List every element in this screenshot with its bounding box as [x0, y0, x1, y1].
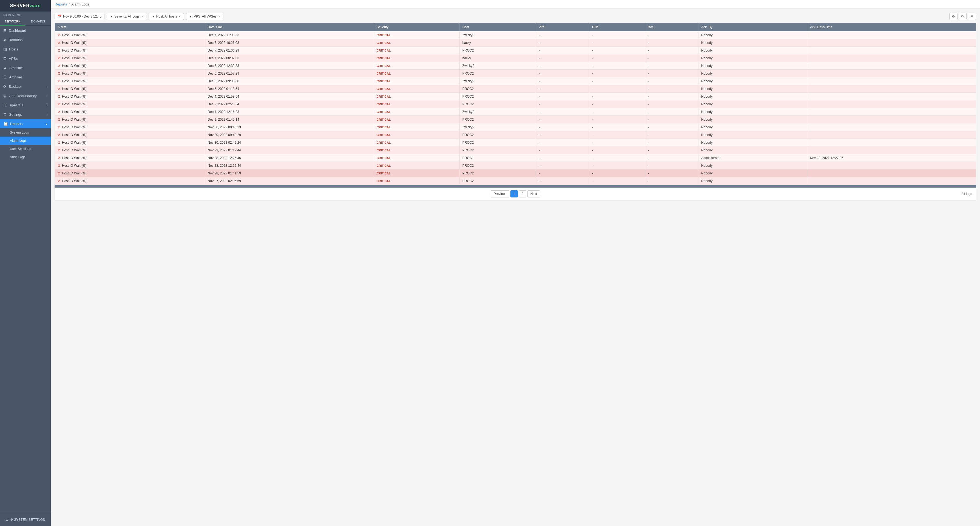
cell-host: PROC2 — [460, 131, 536, 139]
table-row[interactable]: ⊘Host IO Wait (%)Dec 7, 2022 11:08:33CRI… — [55, 31, 976, 39]
tab-network[interactable]: NETWORK — [0, 18, 25, 26]
breadcrumb-reports-link[interactable]: Reports — [54, 2, 67, 6]
date-range-filter[interactable]: 📅 Nov 9 00:00 - Dec 8 12:45 — [54, 13, 105, 20]
table-row[interactable]: ⊘Host IO Wait (%)Nov 29, 2022 01:17:44CR… — [55, 147, 976, 154]
alarm-name: Host IO Wait (%) — [62, 64, 87, 68]
more-options-button[interactable]: ▼ — [968, 13, 976, 20]
severity-badge: CRITICAL — [377, 33, 391, 37]
table-row[interactable]: ⊘Host IO Wait (%)Dec 7, 2022 01:06:29CRI… — [55, 46, 976, 54]
table-row[interactable]: ⊘Host IO Wait (%)Dec 1, 2022 12:16:23CRI… — [55, 108, 976, 116]
table-row[interactable]: ⊘Host IO Wait (%)Nov 27, 2022 02:05:59CR… — [55, 177, 976, 185]
cell-vps: - — [536, 154, 589, 162]
sidebar-item-hosts[interactable]: ▦ Hosts — [0, 45, 51, 54]
host-filter[interactable]: ▼ Host: All hosts ▼ — [149, 13, 184, 20]
cell-ack-by: Nobody — [698, 169, 807, 177]
sidebar-item-reports[interactable]: 📋 Reports ∨ — [0, 119, 51, 128]
table-row[interactable]: ⊘Host IO Wait (%)Dec 1, 2022 01:45:14CRI… — [55, 116, 976, 123]
settings-button[interactable]: ⚙ — [949, 13, 958, 20]
table-row[interactable]: ⊘Host IO Wait (%)Nov 28, 2022 12:26:46CR… — [55, 154, 976, 162]
cell-alarm: ⊘Host IO Wait (%) — [55, 154, 205, 162]
sidebar-item-settings[interactable]: ⚙ Settings › — [0, 110, 51, 119]
table-row[interactable]: ⊘Host IO Wait (%)Nov 28, 2022 12:22:44CR… — [55, 162, 976, 169]
domains-icon: ◈ — [3, 38, 6, 42]
tab-domains[interactable]: DOMAINS — [25, 18, 51, 26]
table-row[interactable]: ⊘Host IO Wait (%)Nov 30, 2022 09:43:23CR… — [55, 123, 976, 131]
sidebar-sub-item-audit-logs[interactable]: Audit Logs — [0, 153, 51, 161]
table-row[interactable]: ⊘Host IO Wait (%)Nov 30, 2022 09:43:29CR… — [55, 131, 976, 139]
refresh-button[interactable]: ⟳ — [959, 13, 967, 20]
table-row[interactable]: ⊘Host IO Wait (%)Dec 4, 2022 01:58:54CRI… — [55, 93, 976, 100]
cell-grs: - — [589, 177, 645, 185]
sidebar-footer: ⚙ ⚙ SYSTEM SETTINGS — [0, 513, 51, 526]
table-row[interactable]: ⊘Host IO Wait (%)Dec 2, 2022 02:20:54CRI… — [55, 100, 976, 108]
cell-datetime: Nov 28, 2022 01:41:59 — [205, 169, 374, 177]
breadcrumb-separator: / — [69, 2, 70, 6]
previous-button[interactable]: Previous — [491, 190, 510, 198]
sidebar-sub-item-alarm-logs[interactable]: Alarm Logs — [0, 137, 51, 145]
system-settings-button[interactable]: ⚙ ⚙ SYSTEM SETTINGS — [3, 516, 48, 523]
table-row[interactable]: ⊘Host IO Wait (%)Dec 5, 2022 01:18:54CRI… — [55, 85, 976, 93]
table-row[interactable]: ⊘Host IO Wait (%)Dec 7, 2022 00:02:03CRI… — [55, 54, 976, 62]
table-row[interactable]: ⊘Host IO Wait (%)Dec 6, 2022 01:57:29CRI… — [55, 70, 976, 77]
page-2-button[interactable]: 2 — [519, 190, 526, 198]
sidebar-item-backup[interactable]: ⟳ Backup › — [0, 82, 51, 91]
cell-vps: - — [536, 177, 589, 185]
sidebar-item-sipprot[interactable]: ⛨ sipPROT › — [0, 100, 51, 110]
sidebar-item-geo-redundancy[interactable]: ◎ Geo-Redundancy › — [0, 91, 51, 100]
cell-vps: - — [536, 147, 589, 154]
sidebar-item-statistics[interactable]: ▲ Statistics — [0, 63, 51, 72]
date-range-value: Nov 9 00:00 - Dec 8 12:45 — [63, 14, 102, 18]
cell-alarm: ⊘Host IO Wait (%) — [55, 108, 205, 116]
severity-filter[interactable]: ▼ Severity: All Logs ▼ — [107, 13, 146, 20]
breadcrumb-alarm-logs: Alarm Logs — [71, 2, 89, 6]
cell-ack-by: Nobody — [698, 131, 807, 139]
cell-severity: CRITICAL — [374, 154, 460, 162]
sipprot-icon: ⛨ — [3, 103, 7, 107]
cell-host: PROC2 — [460, 177, 536, 185]
system-settings-label: ⚙ SYSTEM SETTINGS — [10, 518, 45, 521]
alarm-table-body: ⊘Host IO Wait (%)Dec 7, 2022 11:08:33CRI… — [55, 31, 976, 185]
alarm-name: Host IO Wait (%) — [62, 72, 87, 75]
cell-host: Zwicky2 — [460, 108, 536, 116]
page-1-button[interactable]: 1 — [511, 190, 518, 198]
next-button[interactable]: Next — [527, 190, 540, 198]
toolbar-right: ⚙ ⟳ ▼ — [949, 13, 976, 20]
table-row[interactable]: ⊘Host IO Wait (%)Dec 7, 2022 10:26:03CRI… — [55, 39, 976, 46]
sidebar-item-archives[interactable]: ☰ Archives — [0, 72, 51, 82]
cell-bas: - — [645, 154, 698, 162]
cell-host: PROC2 — [460, 116, 536, 123]
cell-ack-by: Nobody — [698, 177, 807, 185]
sidebar-sub-item-user-sessions[interactable]: User Sessions — [0, 145, 51, 153]
table-row[interactable]: ⊘Host IO Wait (%)Dec 6, 2022 12:32:33CRI… — [55, 62, 976, 70]
severity-badge: CRITICAL — [377, 126, 391, 129]
cell-vps: - — [536, 85, 589, 93]
sidebar-item-dashboard[interactable]: ⊞ Dashboard — [0, 26, 51, 35]
severity-badge: CRITICAL — [377, 179, 391, 183]
cell-datetime: Nov 29, 2022 01:17:44 — [205, 147, 374, 154]
cell-vps: - — [536, 77, 589, 85]
cell-ack-by: Nobody — [698, 100, 807, 108]
vps-filter[interactable]: ▼ VPS: All VPSes ▼ — [186, 13, 223, 20]
cell-datetime: Dec 1, 2022 01:45:14 — [205, 116, 374, 123]
table-row[interactable]: ⊘Host IO Wait (%)Nov 28, 2022 01:41:59CR… — [55, 169, 976, 177]
sidebar-item-vpss[interactable]: ⊡ VPSs — [0, 54, 51, 63]
cell-grs: - — [589, 162, 645, 169]
table-row[interactable]: ⊘Host IO Wait (%)Nov 30, 2022 02:42:24CR… — [55, 139, 976, 147]
cell-vps: - — [536, 123, 589, 131]
cell-host: PROC2 — [460, 100, 536, 108]
table-row[interactable]: ⊘Host IO Wait (%)Dec 5, 2022 09:06:08CRI… — [55, 77, 976, 85]
alarm-logs-table: Alarm Date/Time Severity Host VPS GRS BA… — [54, 23, 976, 185]
cell-ack-by: Nobody — [698, 77, 807, 85]
sidebar-item-label: Backup — [9, 84, 21, 89]
alarm-name: Host IO Wait (%) — [62, 33, 87, 37]
sidebar-item-domains[interactable]: ◈ Domains — [0, 35, 51, 45]
cell-ack-datetime — [807, 46, 976, 54]
sidebar-sub-item-system-logs[interactable]: System Logs — [0, 128, 51, 137]
cell-bas: - — [645, 116, 698, 123]
cell-alarm: ⊘Host IO Wait (%) — [55, 100, 205, 108]
col-bas: BAS — [645, 23, 698, 32]
cell-grs: - — [589, 108, 645, 116]
severity-badge: CRITICAL — [377, 72, 391, 75]
alarm-error-icon: ⊘ — [57, 179, 60, 183]
cell-vps: - — [536, 39, 589, 46]
